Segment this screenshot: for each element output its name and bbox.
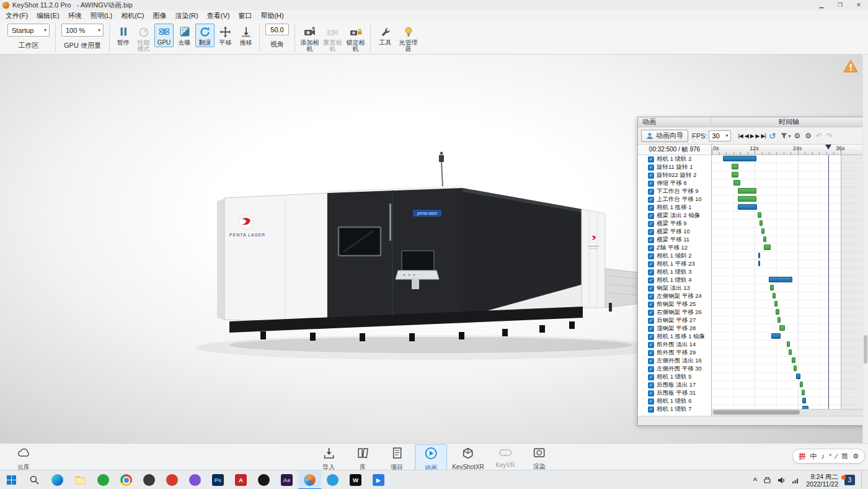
network-icon[interactable]: [792, 477, 800, 484]
taskbar-app-red-tile-app[interactable]: A: [229, 470, 252, 489]
track-checkbox[interactable]: ✓: [648, 181, 654, 187]
track-row[interactable]: ✓横梁 平移 9: [638, 220, 711, 228]
gantt-bar[interactable]: [758, 261, 761, 266]
dock-item-animation[interactable]: 动画: [415, 444, 447, 473]
track-row[interactable]: ✓下工作台 平移 9: [638, 187, 711, 195]
dock-item-cloud-library[interactable]: 云库: [7, 444, 40, 473]
track-row[interactable]: ✓前外围 淡出 14: [638, 341, 711, 349]
taskbar-app-keyshot[interactable]: [298, 470, 321, 489]
fps-select[interactable]: 30 ▾: [709, 130, 731, 141]
menu-item[interactable]: 编辑(E): [32, 11, 64, 20]
viewport[interactable]: PENTA LASER penta laser: [0, 55, 868, 443]
track-row[interactable]: ✓左侧外围 平移 30: [638, 365, 711, 373]
track-row[interactable]: ✓左侧外围 淡出 16: [638, 357, 711, 365]
play-button[interactable]: ▶: [750, 132, 755, 140]
gantt-bar[interactable]: [796, 374, 800, 379]
menu-item[interactable]: 渲染(R): [170, 11, 202, 20]
taskbar-app-dark-tile-app[interactable]: W: [344, 470, 367, 489]
track-row[interactable]: ✓横梁 平移 10: [638, 228, 711, 236]
track-checkbox[interactable]: ✓: [648, 156, 654, 163]
track-row[interactable]: ✓Z轴 平移 12: [638, 244, 711, 252]
track-checkbox[interactable]: ✓: [648, 382, 654, 388]
ime-glyph[interactable]: ⚙: [852, 452, 859, 460]
track-checkbox[interactable]: ✓: [648, 350, 654, 356]
menu-item[interactable]: 相机(C): [117, 11, 148, 20]
gantt-bar[interactable]: [738, 188, 756, 194]
usb-icon[interactable]: [763, 476, 771, 484]
gantt-bar[interactable]: [777, 317, 781, 323]
track-checkbox[interactable]: ✓: [648, 245, 654, 251]
workspace-select[interactable]: Startup ▾: [7, 24, 50, 37]
gantt-bar[interactable]: [758, 212, 761, 218]
gantt-bar[interactable]: [732, 172, 738, 177]
timeline-hscrollbar[interactable]: [712, 409, 867, 416]
taskbar-app-blue-tile-app[interactable]: ▶: [367, 470, 390, 489]
track-checkbox[interactable]: ✓: [648, 334, 654, 340]
track-checkbox[interactable]: ✓: [648, 285, 654, 292]
track-checkbox[interactable]: ✓: [648, 237, 654, 243]
dock-item-import[interactable]: 导入: [312, 444, 345, 473]
track-checkbox[interactable]: ✓: [648, 269, 654, 276]
taskbar-app-dark-app-2[interactable]: [252, 470, 275, 489]
track-checkbox[interactable]: ✓: [648, 164, 654, 171]
menu-item[interactable]: 图像: [148, 11, 170, 20]
ime-glyph[interactable]: 简: [841, 452, 848, 461]
menu-item[interactable]: 查看(V): [203, 11, 234, 20]
menu-item[interactable]: 帮助(H): [256, 11, 288, 20]
track-checkbox[interactable]: ✓: [648, 173, 654, 179]
pause-button[interactable]: 暂停: [113, 24, 133, 47]
gantt-bar[interactable]: [802, 390, 805, 395]
gpu-button[interactable]: GPU: [154, 24, 174, 47]
gantt-bar[interactable]: [764, 244, 770, 250]
track-row[interactable]: ✓上工作台 平移 10: [638, 195, 711, 204]
skip-start-button[interactable]: |◀: [737, 132, 743, 140]
gantt-bar[interactable]: [760, 220, 763, 226]
track-checkbox[interactable]: ✓: [648, 318, 654, 324]
loop-button[interactable]: ↺: [768, 132, 777, 140]
ime-glyph[interactable]: 拼: [799, 452, 805, 461]
gantt-bar[interactable]: [723, 156, 756, 161]
add-camera-button[interactable]: 添加相机: [299, 24, 321, 53]
track-checkbox[interactable]: ✓: [648, 366, 654, 372]
volume-icon[interactable]: [777, 477, 786, 484]
gpu-usage-select[interactable]: 100 % ▾: [61, 24, 104, 37]
track-checkbox[interactable]: ✓: [648, 229, 654, 235]
fov-input[interactable]: [265, 24, 289, 35]
hscrollbar-thumb[interactable]: [713, 410, 800, 415]
gantt-bar[interactable]: [732, 164, 738, 169]
track-row[interactable]: ✓钢架 淡出 13: [638, 284, 711, 292]
track-checkbox[interactable]: ✓: [648, 406, 654, 413]
taskbar-app-purple-app[interactable]: [184, 470, 206, 489]
track-row[interactable]: ✓后钢架 平移 27: [638, 316, 711, 325]
light-manager-button[interactable]: 光管理器: [397, 24, 419, 53]
track-checkbox[interactable]: ✓: [648, 390, 654, 397]
denoise-button[interactable]: 去噪: [175, 24, 194, 47]
track-row[interactable]: ✓相机 1 绕轨 6: [638, 397, 711, 405]
track-checkbox[interactable]: ✓: [648, 342, 654, 348]
track-checkbox[interactable]: ✓: [648, 294, 654, 300]
taskbar-app-file-explorer[interactable]: [69, 470, 92, 489]
track-row[interactable]: ✓相机 1 倾斜 2: [638, 252, 711, 260]
maximize-button[interactable]: ❐: [831, 0, 849, 11]
track-row[interactable]: ✓后围板 淡出 17: [638, 381, 711, 389]
dock-item-xr[interactable]: KeyShotXR: [449, 444, 487, 473]
notification-badge[interactable]: 3: [844, 475, 855, 485]
lock-camera-button[interactable]: 锁定相机: [345, 24, 366, 53]
filter-icon[interactable]: ▾: [781, 133, 790, 139]
ime-glyph[interactable]: 中: [810, 452, 817, 461]
warning-icon[interactable]: [843, 60, 858, 75]
dock-item-project[interactable]: 项目: [381, 444, 413, 473]
track-row[interactable]: ✓伸缩 平移 8: [638, 179, 711, 187]
gantt-bar[interactable]: [733, 180, 740, 186]
gantt-bar[interactable]: [789, 349, 792, 355]
tumble-button[interactable]: 翻滚: [195, 24, 215, 47]
track-row[interactable]: ✓相机 1 绕轨 5: [638, 373, 711, 381]
track-checkbox[interactable]: ✓: [648, 310, 654, 316]
track-checkbox[interactable]: ✓: [648, 302, 654, 308]
gantt-bar[interactable]: [776, 309, 779, 315]
taskbar-clock[interactable]: 8:24 周二 2022/11/22: [806, 473, 838, 488]
ime-glyph[interactable]: ♪: [821, 452, 825, 460]
track-checkbox[interactable]: ✓: [648, 358, 654, 364]
track-checkbox[interactable]: ✓: [648, 253, 654, 259]
gantt-bar[interactable]: [758, 253, 761, 258]
